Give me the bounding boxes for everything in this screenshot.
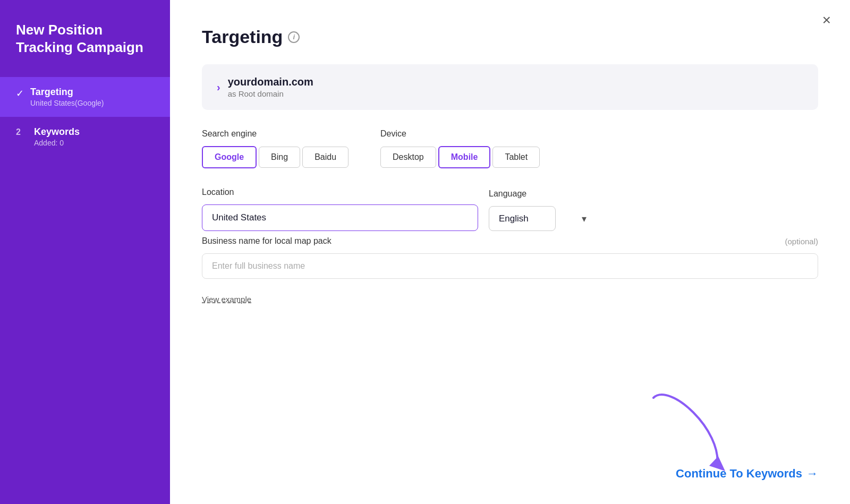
arrow-annotation — [638, 387, 744, 472]
mobile-button[interactable]: Mobile — [438, 146, 491, 168]
info-icon[interactable]: i — [288, 31, 300, 43]
view-example-link[interactable]: View example — [202, 295, 251, 304]
domain-name: yourdomain.com — [228, 76, 313, 88]
location-language-row: Location Language English Spanish French… — [202, 187, 818, 231]
continue-button[interactable]: Continue To Keywords → — [676, 467, 818, 481]
search-engine-btn-group: Google Bing Baidu — [202, 146, 348, 168]
device-btn-group: Desktop Mobile Tablet — [380, 146, 540, 168]
business-label-row: Business name for local map pack (option… — [202, 236, 818, 246]
tablet-button[interactable]: Tablet — [492, 147, 540, 168]
sidebar: New Position Tracking Campaign ✓ Targeti… — [0, 0, 170, 504]
location-group: Location — [202, 187, 478, 231]
sidebar-item-targeting[interactable]: ✓ Targeting United States(Google) — [0, 77, 170, 117]
continue-label: Continue To Keywords — [676, 467, 802, 481]
sidebar-item-targeting-content: Targeting United States(Google) — [30, 87, 104, 107]
continue-row: Continue To Keywords → — [676, 467, 818, 481]
sidebar-item-keywords-number: 2 — [16, 127, 27, 137]
domain-info: yourdomain.com as Root domain — [228, 76, 313, 98]
business-optional: (optional) — [785, 237, 818, 246]
sidebar-item-keywords-sublabel: Added: 0 — [34, 139, 80, 147]
domain-card[interactable]: › yourdomain.com as Root domain — [202, 64, 818, 110]
location-input[interactable] — [202, 204, 478, 231]
sidebar-item-keywords-label: Keywords — [34, 126, 80, 138]
device-label: Device — [380, 129, 540, 139]
device-group: Device Desktop Mobile Tablet — [380, 129, 540, 168]
checkmark-icon: ✓ — [16, 88, 24, 99]
business-name-input[interactable] — [202, 253, 818, 279]
desktop-button[interactable]: Desktop — [380, 147, 436, 168]
domain-type: as Root domain — [228, 89, 313, 98]
page-title: Targeting — [202, 27, 283, 47]
business-name-section: Business name for local map pack (option… — [202, 236, 818, 279]
language-label: Language — [489, 189, 595, 199]
sidebar-item-keywords-content: Keywords Added: 0 — [34, 126, 80, 147]
main-content: × Targeting i › yourdomain.com as Root d… — [170, 0, 850, 504]
baidu-button[interactable]: Baidu — [302, 147, 348, 168]
sidebar-item-targeting-label: Targeting — [30, 87, 104, 98]
language-group: Language English Spanish French German — [489, 189, 595, 231]
language-select[interactable]: English Spanish French German — [489, 206, 556, 231]
business-input-wrapper — [202, 253, 818, 279]
page-heading: Targeting i — [202, 27, 818, 47]
continue-arrow-icon: → — [806, 467, 818, 481]
sidebar-item-keywords[interactable]: 2 Keywords Added: 0 — [0, 117, 170, 157]
language-select-wrapper: English Spanish French German — [489, 206, 595, 231]
close-button[interactable]: × — [822, 13, 831, 28]
location-label: Location — [202, 187, 478, 197]
sidebar-title: New Position Tracking Campaign — [0, 21, 170, 77]
sidebar-item-targeting-sublabel: United States(Google) — [30, 99, 104, 107]
domain-chevron-icon: › — [217, 81, 220, 93]
business-label: Business name for local map pack — [202, 236, 332, 246]
search-device-row: Search engine Google Bing Baidu Device D… — [202, 129, 818, 168]
bing-button[interactable]: Bing — [259, 147, 300, 168]
search-engine-label: Search engine — [202, 129, 348, 139]
google-button[interactable]: Google — [202, 146, 257, 168]
search-engine-group: Search engine Google Bing Baidu — [202, 129, 348, 168]
